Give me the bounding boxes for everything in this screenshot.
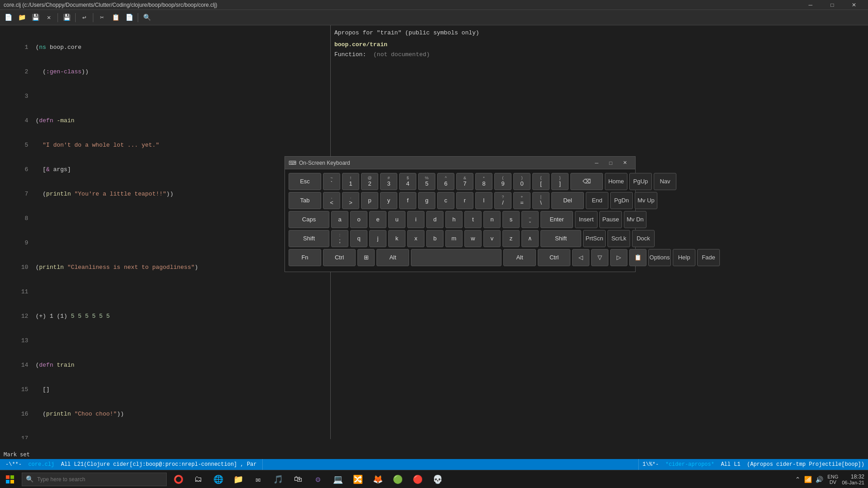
tray-chevron-icon[interactable]: ⌃ (794, 475, 801, 484)
key-dock[interactable]: Dock (632, 230, 655, 247)
key-c[interactable]: c (437, 192, 454, 209)
key-tab[interactable]: Tab (289, 192, 321, 209)
key-shift-right[interactable]: Shift (540, 230, 581, 247)
taskbar-taskview-icon[interactable]: 🗂 (188, 470, 208, 488)
key-6[interactable]: ^6 (437, 173, 454, 190)
key-clipboard[interactable]: 📋 (629, 249, 646, 266)
paste-button[interactable]: 📄 (123, 11, 135, 24)
key-g[interactable]: g (418, 192, 435, 209)
taskbar-cortana-icon[interactable]: ⭕ (169, 470, 188, 488)
key-0[interactable]: )0 (513, 173, 530, 190)
key-x[interactable]: x (407, 230, 424, 247)
key-enter[interactable]: Enter (540, 211, 573, 228)
key-f[interactable]: f (399, 192, 416, 209)
key-p[interactable]: p (361, 192, 378, 209)
key-semicolon[interactable]: :; (331, 230, 348, 247)
key-y[interactable]: y (380, 192, 397, 209)
key-up-arrow[interactable]: ∧ (521, 230, 539, 247)
taskbar-edge-icon[interactable]: 🌐 (208, 470, 228, 488)
window-controls[interactable]: ─ □ ✕ (800, 0, 864, 10)
key-4[interactable]: $4 (399, 173, 416, 190)
key-1[interactable]: !1 (342, 173, 359, 190)
key-h[interactable]: h (445, 211, 463, 228)
key-arrow-down[interactable]: ▽ (591, 249, 608, 266)
key-ctrl-left[interactable]: Ctrl (323, 249, 356, 266)
key-tilde[interactable]: ~` (323, 173, 340, 190)
key-u[interactable]: u (388, 211, 405, 228)
tray-volume-icon[interactable]: 🔊 (815, 475, 824, 484)
key-e[interactable]: e (369, 211, 386, 228)
taskbar-browser2-icon[interactable]: 🦊 (368, 470, 388, 488)
taskbar-store-icon[interactable]: 🛍 (288, 470, 308, 488)
close-button[interactable]: ✕ (844, 0, 864, 10)
key-arrow-right[interactable]: ▷ (610, 249, 627, 266)
search-bar[interactable]: 🔍 (22, 473, 167, 486)
key-fade[interactable]: Fade (697, 249, 720, 266)
open-file-button[interactable]: 📁 (15, 11, 28, 24)
key-w[interactable]: w (464, 230, 482, 247)
taskbar-red-icon[interactable]: 🔴 (408, 470, 428, 488)
key-d[interactable]: d (426, 211, 444, 228)
taskbar-git-icon[interactable]: 🔀 (348, 470, 368, 488)
undo-button[interactable]: ↩ (78, 11, 91, 24)
taskbar-skull-icon[interactable]: 💀 (428, 470, 448, 488)
key-pgdn[interactable]: PgDn (610, 192, 633, 209)
key-help[interactable]: Help (673, 249, 695, 266)
key-delete[interactable]: Del (551, 192, 584, 209)
key-scrlk[interactable]: ScrLk (608, 230, 630, 247)
osk-maximize-button[interactable]: □ (604, 158, 617, 168)
key-caps[interactable]: Caps (289, 211, 329, 228)
taskbar-mail-icon[interactable]: ✉ (248, 470, 268, 488)
close-file-button[interactable]: ✕ (43, 11, 55, 24)
key-arrow-left[interactable]: ◁ (572, 249, 589, 266)
taskbar-terminal-icon[interactable]: 💻 (328, 470, 348, 488)
key-dash[interactable]: _- (521, 211, 539, 228)
key-insert[interactable]: Insert (575, 211, 598, 228)
taskbar-groove-icon[interactable]: 🎵 (268, 470, 288, 488)
key-j[interactable]: j (369, 230, 386, 247)
key-a[interactable]: a (331, 211, 348, 228)
key-m[interactable]: m (445, 230, 463, 247)
key-i[interactable]: i (407, 211, 424, 228)
key-pause[interactable]: Pause (599, 211, 622, 228)
key-9[interactable]: (9 (494, 173, 511, 190)
key-lbracket[interactable]: {[ (532, 173, 550, 190)
new-file-button[interactable]: 📄 (2, 11, 14, 24)
key-v[interactable]: v (483, 230, 501, 247)
key-k[interactable]: k (388, 230, 405, 247)
key-o[interactable]: o (350, 211, 367, 228)
key-home[interactable]: Home (605, 173, 627, 190)
key-s[interactable]: s (502, 211, 520, 228)
save-button[interactable]: 💾 (29, 11, 42, 24)
system-clock[interactable]: 18:32 06-Jan-21 (842, 474, 864, 485)
key-win[interactable]: ⊞ (357, 249, 375, 266)
search-button[interactable]: 🔍 (140, 11, 153, 24)
key-l[interactable]: l (475, 192, 492, 209)
tray-network-icon[interactable]: 📶 (803, 475, 813, 484)
copy-button[interactable]: 📋 (109, 11, 122, 24)
taskbar-emacs-icon[interactable]: ⚙ (308, 470, 328, 488)
start-button[interactable] (0, 470, 20, 488)
minimize-button[interactable]: ─ (800, 0, 821, 10)
key-ctrl-right[interactable]: Ctrl (538, 249, 570, 266)
key-comma-lt[interactable]: ,< (323, 192, 340, 209)
key-t[interactable]: t (464, 211, 482, 228)
taskbar-explorer-icon[interactable]: 📁 (228, 470, 248, 488)
key-2[interactable]: @2 (361, 173, 378, 190)
osk-close-button[interactable]: ✕ (618, 158, 632, 168)
key-options[interactable]: Options (648, 249, 671, 266)
key-alt-right[interactable]: Alt (503, 249, 536, 266)
key-space[interactable] (411, 249, 502, 266)
key-backspace[interactable]: ⌫ (570, 173, 603, 190)
key-7[interactable]: &7 (456, 173, 473, 190)
key-pgup[interactable]: PgUp (629, 173, 652, 190)
key-8[interactable]: *8 (475, 173, 492, 190)
key-5[interactable]: %5 (418, 173, 435, 190)
key-shift-left[interactable]: Shift (289, 230, 329, 247)
key-rbracket[interactable]: }] (551, 173, 569, 190)
key-r[interactable]: r (456, 192, 473, 209)
key-slash[interactable]: ?/ (494, 192, 511, 209)
cut-button[interactable]: ✂ (96, 11, 108, 24)
key-pipe[interactable]: |\ (532, 192, 550, 209)
key-q[interactable]: q (350, 230, 367, 247)
